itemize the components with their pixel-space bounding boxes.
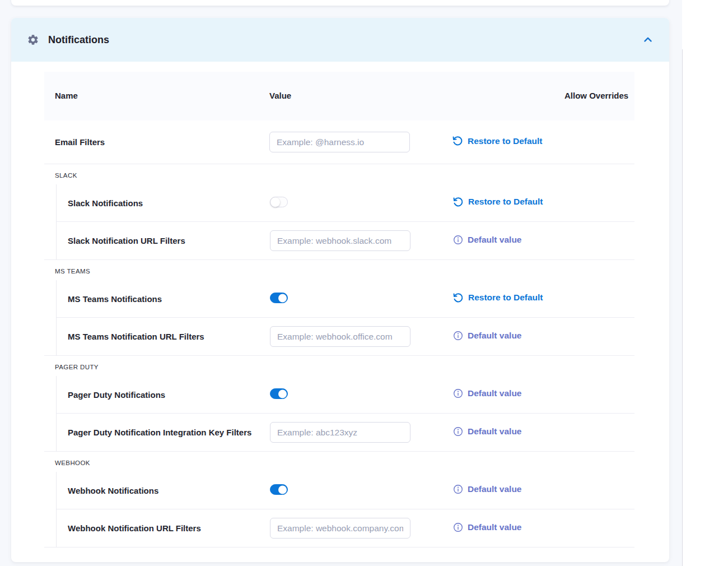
toggle-switch[interactable]: [270, 293, 288, 303]
group-label: WEBHOOK: [44, 452, 634, 472]
table-header-row: Name Value Allow Overrides: [44, 72, 634, 120]
panel-right-divider: [682, 49, 683, 566]
toggle-knob: [278, 294, 287, 302]
column-header-name: Name: [44, 89, 269, 103]
toggle-knob: [270, 197, 280, 207]
restore-to-default-link[interactable]: Restore to Default: [453, 197, 543, 207]
setting-value-cell: [270, 326, 453, 347]
info-icon[interactable]: [453, 484, 463, 494]
table-row: Webhook NotificationsDefault value: [57, 472, 634, 509]
setting-value-cell: [270, 484, 453, 497]
setting-value-cell: [270, 518, 453, 539]
toggle-switch[interactable]: [270, 484, 288, 495]
default-value-label: Default value: [453, 484, 521, 494]
setting-value-cell: [270, 293, 453, 305]
toggle-switch[interactable]: [270, 388, 288, 399]
settings-group: MS TEAMSMS Teams NotificationsRestore to…: [44, 260, 634, 356]
collapse-section-button[interactable]: [640, 32, 656, 48]
setting-name-label: Webhook Notification URL Filters: [57, 523, 270, 533]
action-label-text: Default value: [468, 235, 521, 245]
group-label: MS TEAMS: [44, 260, 634, 280]
settings-group: WEBHOOKWebhook NotificationsDefault valu…: [44, 452, 634, 548]
table-row: MS Teams NotificationsRestore to Default: [57, 280, 634, 318]
group-label: SLACK: [44, 164, 634, 184]
table-row: Email FiltersRestore to Default: [44, 120, 634, 164]
table-row: Webhook Notification URL FiltersDefault …: [57, 509, 634, 547]
restore-icon: [453, 293, 464, 303]
setting-name-label: Email Filters: [44, 137, 269, 147]
restore-to-default-link[interactable]: Restore to Default: [452, 136, 543, 146]
group-rows-container: MS Teams NotificationsRestore to Default…: [56, 280, 634, 355]
group-rows-container: Webhook NotificationsDefault valueWebhoo…: [56, 472, 634, 547]
notifications-card-header[interactable]: Notifications: [11, 18, 669, 62]
setting-name-label: Slack Notifications: [57, 198, 270, 208]
column-header-allow-overrides: Allow Overrides: [564, 89, 634, 103]
settings-table-body: Email FiltersRestore to DefaultSLACKSlac…: [44, 120, 634, 548]
setting-value-input[interactable]: [270, 326, 410, 347]
setting-value-cell: [270, 422, 453, 443]
action-label-text: Restore to Default: [468, 197, 543, 207]
notifications-settings-card: Notifications Name Value Allow Overrides…: [11, 18, 669, 562]
toggle-switch[interactable]: [270, 197, 288, 207]
setting-action-cell: Default value: [453, 331, 565, 343]
table-row: Slack NotificationsRestore to Default: [57, 184, 634, 222]
chevron-up-icon: [642, 34, 654, 46]
default-value-label: Default value: [453, 235, 521, 245]
group-rows-container: Slack NotificationsRestore to DefaultSla…: [56, 184, 634, 259]
group-label: PAGER DUTY: [44, 356, 634, 376]
default-value-label: Default value: [453, 331, 521, 341]
setting-value-input[interactable]: [270, 518, 410, 539]
restore-icon: [452, 136, 463, 146]
table-row: MS Teams Notification URL FiltersDefault…: [57, 318, 634, 355]
table-row: Pager Duty NotificationsDefault value: [57, 376, 634, 414]
setting-name-label: MS Teams Notification URL Filters: [57, 332, 270, 341]
setting-value-input[interactable]: [269, 132, 410, 152]
toggle-knob: [278, 389, 287, 398]
setting-action-cell: Default value: [453, 522, 565, 535]
setting-action-cell: Default value: [453, 484, 565, 497]
setting-name-label: Pager Duty Notifications: [57, 390, 270, 400]
setting-value-input[interactable]: [270, 422, 410, 443]
setting-value-cell: [270, 230, 453, 251]
group-rows-container: Pager Duty NotificationsDefault valuePag…: [56, 376, 634, 451]
setting-value-cell: [269, 132, 452, 152]
setting-action-cell: Default value: [453, 426, 565, 439]
setting-name-label: Slack Notification URL Filters: [57, 236, 270, 245]
action-label-text: Default value: [468, 484, 521, 494]
action-label-text: Default value: [468, 388, 521, 398]
action-label-text: Default value: [468, 426, 521, 437]
column-header-value: Value: [269, 89, 452, 103]
settings-group: SLACKSlack NotificationsRestore to Defau…: [44, 164, 634, 260]
restore-icon: [453, 197, 464, 207]
table-row: Slack Notification URL FiltersDefault va…: [57, 222, 634, 259]
action-label-text: Default value: [468, 331, 521, 341]
action-label-text: Default value: [468, 522, 521, 532]
action-label-text: Restore to Default: [468, 293, 543, 303]
toggle-knob: [278, 485, 287, 494]
setting-value-cell: [270, 388, 453, 401]
setting-action-cell: Restore to Default: [453, 197, 565, 210]
previous-card-edge: [11, 0, 669, 6]
setting-action-cell: Default value: [453, 235, 565, 247]
setting-value-cell: [270, 197, 453, 209]
info-icon[interactable]: [453, 388, 463, 398]
setting-name-label: Pager Duty Notification Integration Key …: [57, 428, 270, 437]
info-icon[interactable]: [453, 426, 463, 437]
info-icon[interactable]: [453, 331, 463, 341]
settings-table: Name Value Allow Overrides Email Filters…: [11, 62, 669, 562]
info-icon[interactable]: [453, 235, 463, 245]
table-row: Pager Duty Notification Integration Key …: [57, 414, 634, 451]
action-label-text: Restore to Default: [468, 136, 543, 146]
setting-action-cell: Default value: [453, 388, 565, 401]
settings-group: PAGER DUTYPager Duty NotificationsDefaul…: [44, 356, 634, 452]
setting-action-cell: Restore to Default: [452, 136, 564, 149]
default-value-label: Default value: [453, 426, 521, 437]
restore-to-default-link[interactable]: Restore to Default: [453, 293, 543, 303]
gear-icon: [27, 34, 39, 46]
default-value-label: Default value: [453, 388, 521, 398]
setting-action-cell: Restore to Default: [453, 293, 565, 305]
default-value-label: Default value: [453, 522, 521, 532]
info-icon[interactable]: [453, 522, 463, 532]
setting-value-input[interactable]: [270, 230, 410, 251]
setting-name-label: Webhook Notifications: [57, 486, 270, 495]
